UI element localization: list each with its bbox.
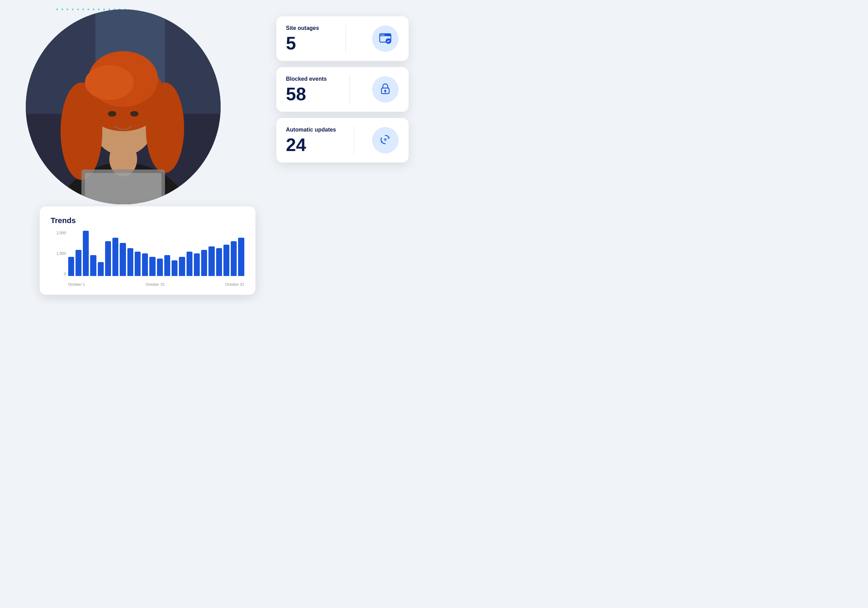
chart-bar (194, 253, 200, 276)
chart-bar (179, 257, 185, 276)
svg-point-33 (382, 34, 383, 36)
chart-bar (68, 257, 74, 276)
chart-bar (120, 243, 126, 276)
y-label: 2,000 (56, 231, 66, 235)
refresh-plug-icon (378, 133, 392, 148)
lock-icon (378, 82, 392, 97)
y-label: 1,000 (56, 251, 66, 256)
svg-point-32 (381, 34, 382, 36)
stat-label: Automatic updates (286, 127, 336, 133)
stat-icon-circle (372, 25, 398, 52)
chart-bar (112, 238, 118, 276)
svg-point-25 (108, 111, 116, 116)
stat-icon-circle (372, 127, 398, 154)
trends-card: Trends 2,0001,0000 October 1October 15Oc… (40, 206, 256, 295)
chart-bar (231, 241, 237, 276)
svg-point-38 (384, 138, 387, 141)
chart-bar (142, 253, 148, 276)
stat-left: Automatic updates 24 (286, 127, 336, 154)
shield-browser-icon (378, 31, 392, 46)
person-photo (26, 9, 221, 204)
chart-bar (164, 255, 170, 276)
stat-left: Blocked events 58 (286, 76, 327, 103)
stat-card-automatic-updates: Automatic updates 24 (276, 118, 409, 163)
y-label: 0 (64, 272, 66, 276)
svg-point-36 (384, 90, 386, 92)
chart-bar (157, 259, 163, 276)
chart-bar (223, 245, 229, 276)
chart-bar (201, 250, 207, 276)
chart-bar (83, 231, 89, 276)
chart-bar (216, 248, 222, 276)
svg-rect-28 (85, 173, 161, 204)
stat-divider (346, 25, 346, 53)
chart-y-labels: 2,0001,0000 (51, 231, 66, 276)
chart-x-labels: October 1October 15October 31 (68, 280, 244, 287)
scene: Trends 2,0001,0000 October 1October 15Oc… (26, 9, 409, 295)
x-label: October 1 (68, 282, 85, 287)
stat-label: Site outages (286, 25, 319, 31)
svg-point-21 (60, 82, 102, 180)
stat-left: Site outages 5 (286, 25, 319, 52)
x-label: October 15 (146, 282, 164, 287)
chart-bar (135, 251, 141, 276)
chart-bar (127, 248, 133, 276)
svg-point-34 (384, 34, 384, 36)
svg-point-22 (146, 82, 184, 173)
chart-bar (149, 257, 155, 276)
chart-bar (186, 251, 192, 276)
stat-value: 24 (286, 136, 336, 154)
stat-value: 58 (286, 85, 327, 103)
stat-card-blocked-events: Blocked events 58 (276, 67, 409, 112)
trends-title: Trends (51, 216, 244, 225)
stat-icon-circle (372, 76, 398, 103)
chart-bar (172, 260, 178, 276)
stat-divider (354, 126, 354, 154)
stat-card-site-outages: Site outages 5 (276, 16, 409, 61)
svg-point-24 (85, 65, 134, 100)
right-cards: Site outages 5 Blocked events 58 Automat (276, 16, 409, 163)
x-label: October 31 (225, 282, 244, 287)
chart-bar (90, 255, 96, 276)
chart-bar (98, 262, 104, 276)
chart-bar (238, 238, 244, 276)
chart-bar (76, 250, 81, 276)
chart-bars (68, 231, 244, 276)
stat-label: Blocked events (286, 76, 327, 82)
chart-bar (105, 241, 111, 276)
chart-area: 2,0001,0000 October 1October 15October 3… (51, 231, 244, 287)
stat-divider (349, 76, 350, 103)
chart-bar (208, 247, 214, 276)
svg-point-26 (130, 111, 138, 116)
stat-value: 5 (286, 34, 319, 52)
